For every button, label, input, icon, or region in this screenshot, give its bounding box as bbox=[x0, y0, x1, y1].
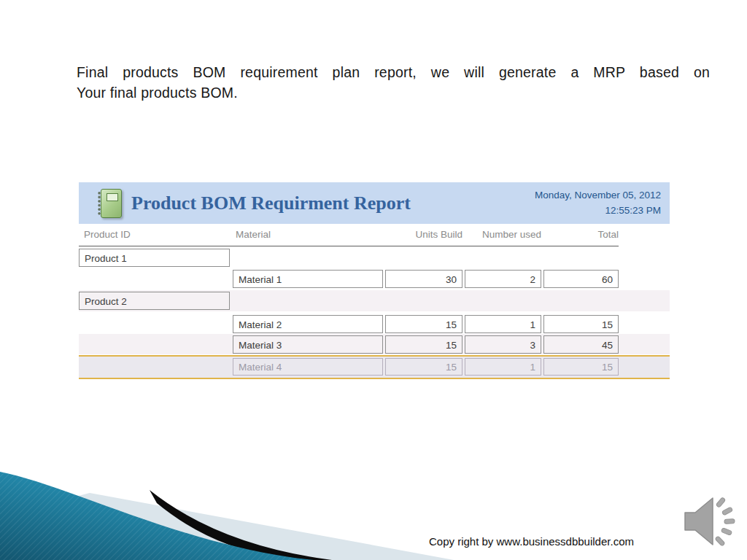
copyright-text: Copy right by www.businessdbbuilder.com bbox=[429, 535, 634, 548]
units-build-cell: 15 bbox=[385, 358, 462, 376]
notebook-icon-body bbox=[101, 189, 122, 218]
black-stripe-shape bbox=[150, 490, 332, 560]
total-cell: 15 bbox=[543, 358, 619, 376]
slide-heading-line1: Final products BOM requirement plan repo… bbox=[77, 63, 710, 83]
report-header: Product BOM Requirment Report Monday, No… bbox=[79, 182, 670, 224]
speaker-body bbox=[685, 498, 713, 545]
units-build-cell: 15 bbox=[385, 315, 462, 333]
column-header-material: Material bbox=[236, 225, 271, 245]
report-date: Monday, November 05, 2012 bbox=[535, 187, 661, 203]
number-used-cell: 1 bbox=[465, 315, 541, 333]
report-datetime: Monday, November 05, 2012 12:55:23 PM bbox=[535, 187, 661, 218]
total-cell: 15 bbox=[543, 315, 619, 333]
column-header-units-build: Units Build bbox=[385, 225, 469, 245]
speaker-sound-waves bbox=[715, 497, 735, 546]
notebook-icon-page bbox=[107, 193, 118, 201]
bom-report-panel: Product BOM Requirment Report Monday, No… bbox=[79, 181, 670, 381]
product-id-cell: Product 1 bbox=[79, 249, 230, 267]
column-header-product-id: Product ID bbox=[84, 225, 131, 245]
gray-band-shape bbox=[0, 493, 454, 560]
slide-heading: Final products BOM requirement plan repo… bbox=[77, 63, 710, 103]
selection-line-bottom bbox=[79, 378, 670, 379]
notebook-icon-spiral bbox=[96, 191, 102, 216]
total-cell: 60 bbox=[543, 270, 619, 288]
product-id-cell: Product 2 bbox=[79, 292, 230, 310]
material-cell: Material 1 bbox=[233, 270, 383, 288]
column-header-total: Total bbox=[543, 225, 625, 245]
number-used-cell: 2 bbox=[465, 270, 541, 288]
material-cell: Material 2 bbox=[233, 315, 383, 333]
slide-heading-line2: Your final products BOM. bbox=[77, 83, 710, 104]
units-build-cell: 30 bbox=[385, 270, 462, 288]
number-used-cell: 1 bbox=[465, 358, 541, 376]
column-header-number-used: Number used bbox=[465, 225, 548, 245]
number-used-cell: 3 bbox=[465, 335, 541, 354]
material-cell: Material 3 bbox=[233, 335, 383, 354]
speaker-icon[interactable] bbox=[678, 492, 747, 560]
total-cell: 45 bbox=[543, 335, 619, 354]
report-title: Product BOM Requirment Report bbox=[131, 182, 411, 224]
presentation-slide: Final products BOM requirement plan repo… bbox=[0, 0, 747, 560]
notebook-icon bbox=[95, 188, 123, 219]
material-cell: Material 4 bbox=[233, 358, 383, 376]
report-time: 12:55:23 PM bbox=[535, 203, 661, 218]
units-build-cell: 15 bbox=[385, 335, 462, 354]
header-divider bbox=[79, 246, 619, 246]
teal-wedge-shape bbox=[0, 472, 314, 560]
